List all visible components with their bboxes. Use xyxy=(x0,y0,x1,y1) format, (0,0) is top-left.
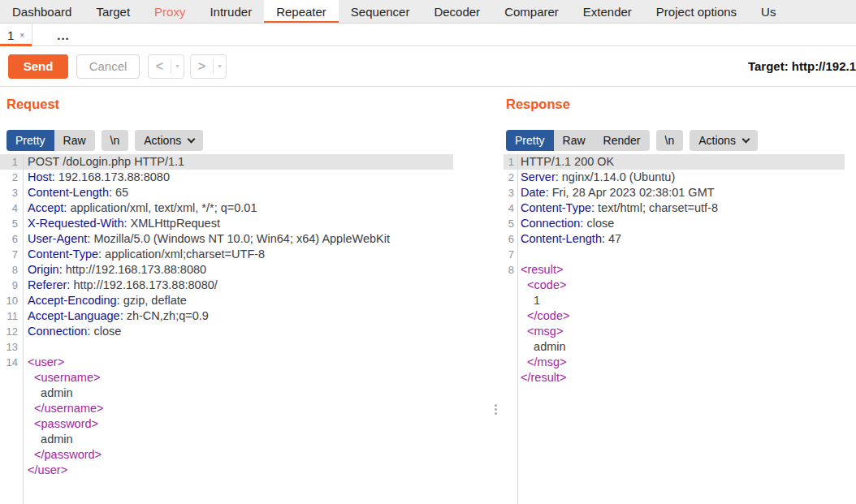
editor-line[interactable]: 13 xyxy=(0,339,498,355)
caret-down-icon[interactable]: ▼ xyxy=(171,63,184,69)
line-text: <password> xyxy=(23,416,498,432)
editor-line[interactable]: <code> xyxy=(504,278,856,293)
editor-line[interactable]: 11Accept-Language: zh-CN,zh;q=0.9 xyxy=(0,308,498,324)
line-number xyxy=(0,447,23,463)
editor-line[interactable]: 1POST /doLogin.php HTTP/1.1 xyxy=(0,154,498,170)
editor-button-n[interactable]: \n xyxy=(102,130,129,151)
editor-line[interactable]: admin xyxy=(0,386,498,401)
editor-line[interactable]: 1 xyxy=(504,293,856,308)
line-number: 12 xyxy=(0,324,23,339)
editor-line[interactable]: 3Date: Fri, 28 Apr 2023 02:38:01 GMT xyxy=(504,185,856,200)
line-text: <user> xyxy=(23,355,498,370)
editor-button-label: \n xyxy=(110,134,120,147)
response-editor[interactable]: 1HTTP/1.1 200 OK2Server: nginx/1.14.0 (U… xyxy=(504,154,856,504)
line-text: </code> xyxy=(517,308,856,324)
menu-item-dashboard[interactable]: Dashboard xyxy=(0,0,84,24)
editor-line[interactable]: 10Accept-Encoding: gzip, deflate xyxy=(0,293,498,308)
request-editor-toolbar: PrettyRaw\nActions xyxy=(6,130,203,151)
editor-line[interactable]: 8Origin: http://192.168.173.88:8080 xyxy=(0,262,498,278)
editor-line[interactable]: admin xyxy=(504,339,856,355)
editor-line[interactable]: </password> xyxy=(0,447,498,463)
send-button[interactable]: Send xyxy=(8,54,68,79)
line-text: admin xyxy=(23,386,498,401)
editor-button-actions[interactable]: Actions xyxy=(135,130,203,151)
tab-overflow-label: ... xyxy=(57,28,70,42)
editor-button-actions[interactable]: Actions xyxy=(690,130,758,151)
line-text: <code> xyxy=(517,278,856,293)
cancel-button[interactable]: Cancel xyxy=(76,54,140,79)
target-label: Target: http://192.1 xyxy=(697,46,856,87)
line-text: </password> xyxy=(23,447,498,463)
menu-item-intruder[interactable]: Intruder xyxy=(197,0,264,24)
editor-button-raw[interactable]: Raw xyxy=(554,130,594,151)
panel-divider-grip[interactable] xyxy=(492,403,499,419)
forward-arrow-icon: > xyxy=(191,59,213,74)
line-text: Connection: close xyxy=(517,216,856,231)
line-text: Content-Type: application/xml;charset=UT… xyxy=(23,247,498,262)
repeater-tab-1[interactable]: 1 × xyxy=(0,24,32,46)
editor-line[interactable]: 1HTTP/1.1 200 OK xyxy=(504,154,856,170)
line-number: 10 xyxy=(0,293,23,308)
back-arrow-icon: < xyxy=(149,59,171,74)
line-number xyxy=(504,293,517,308)
line-text: <username> xyxy=(23,370,498,386)
editor-button-pretty[interactable]: Pretty xyxy=(6,130,54,151)
editor-line[interactable]: 2Host: 192.168.173.88:8080 xyxy=(0,170,498,185)
editor-line[interactable]: 14<user> xyxy=(0,355,498,370)
line-text: <msg> xyxy=(517,324,856,339)
line-text: Connection: close xyxy=(23,324,498,339)
tab-label: 1 xyxy=(7,28,14,42)
editor-line[interactable]: 12Connection: close xyxy=(0,324,498,339)
editor-line[interactable]: </msg> xyxy=(504,355,856,370)
editor-line[interactable]: <username> xyxy=(0,370,498,386)
editor-line[interactable]: 2Server: nginx/1.14.0 (Ubuntu) xyxy=(504,170,856,185)
line-number: 3 xyxy=(504,185,517,200)
caret-down-icon[interactable]: ▼ xyxy=(214,63,226,69)
editor-line[interactable]: 7 xyxy=(504,247,856,262)
line-number xyxy=(0,416,23,432)
menu-item-repeater[interactable]: Repeater xyxy=(264,0,339,24)
editor-line[interactable]: 5Connection: close xyxy=(504,216,856,231)
menu-item-target[interactable]: Target xyxy=(84,0,142,24)
editor-line[interactable]: 9Referer: http://192.168.173.88:8080/ xyxy=(0,278,498,293)
line-number xyxy=(504,324,517,339)
editor-line[interactable]: </user> xyxy=(0,463,498,478)
menu-item-comparer[interactable]: Comparer xyxy=(492,0,571,24)
editor-line[interactable]: admin xyxy=(0,432,498,447)
editor-line[interactable]: </username> xyxy=(0,401,498,416)
editor-button-n[interactable]: \n xyxy=(656,130,684,151)
editor-line[interactable]: 5X-Requested-With: XMLHttpRequest xyxy=(0,216,498,231)
request-panel: Request PrettyRaw\nActions 1POST /doLogi… xyxy=(0,87,498,504)
editor-line[interactable]: 3Content-Length: 65 xyxy=(0,185,498,200)
editor-line[interactable]: 6User-Agent: Mozilla/5.0 (Windows NT 10.… xyxy=(0,231,498,247)
menu-item-sequencer[interactable]: Sequencer xyxy=(339,0,422,24)
line-text: Content-Length: 65 xyxy=(23,185,498,200)
request-editor[interactable]: 1POST /doLogin.php HTTP/1.12Host: 192.16… xyxy=(0,154,498,504)
editor-line[interactable]: <msg> xyxy=(504,324,856,339)
editor-line[interactable]: 8<result> xyxy=(504,262,856,278)
editor-line[interactable]: <password> xyxy=(0,416,498,432)
line-number: 1 xyxy=(504,154,517,170)
editor-button-raw[interactable]: Raw xyxy=(54,130,95,151)
repeater-tab-overflow[interactable]: ... xyxy=(45,24,82,46)
menu-item-project-options[interactable]: Project options xyxy=(644,0,749,24)
editor-button-pretty[interactable]: Pretty xyxy=(506,130,554,151)
editor-line[interactable]: 4Accept: application/xml, text/xml, */*;… xyxy=(0,200,498,216)
menu-item-decoder[interactable]: Decoder xyxy=(422,0,492,24)
menu-item-proxy[interactable]: Proxy xyxy=(142,0,197,24)
line-number: 5 xyxy=(0,216,23,231)
menu-item-us[interactable]: Us xyxy=(749,0,788,24)
editor-line[interactable]: 6Content-Length: 47 xyxy=(504,231,856,247)
history-forward-button[interactable]: > ▼ xyxy=(190,54,227,79)
editor-line[interactable]: 4Content-Type: text/html; charset=utf-8 xyxy=(504,200,856,216)
editor-line[interactable]: </result> xyxy=(504,370,856,386)
response-panel: Response PrettyRawRender\nActions 1HTTP/… xyxy=(504,87,856,504)
editor-button-render[interactable]: Render xyxy=(594,130,650,151)
editor-line[interactable]: 7Content-Type: application/xml;charset=U… xyxy=(0,247,498,262)
menu-item-extender[interactable]: Extender xyxy=(571,0,644,24)
editor-line[interactable]: </code> xyxy=(504,308,856,324)
line-text: User-Agent: Mozilla/5.0 (Windows NT 10.0… xyxy=(23,231,498,247)
history-back-button[interactable]: < ▼ xyxy=(148,54,184,79)
line-number: 5 xyxy=(504,216,517,231)
close-icon[interactable]: × xyxy=(19,31,24,40)
